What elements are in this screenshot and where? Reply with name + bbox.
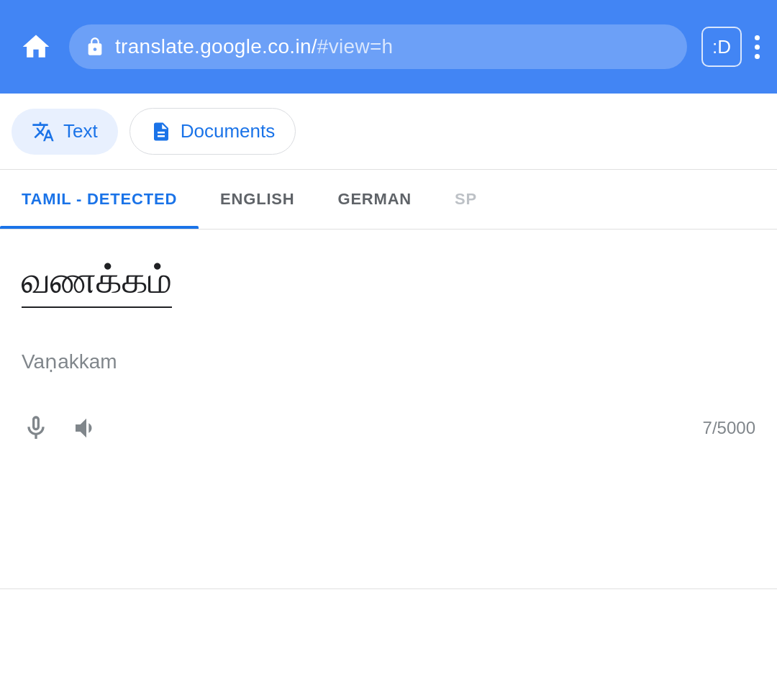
menu-button[interactable] bbox=[755, 35, 760, 59]
lang-tab-more[interactable]: SP bbox=[433, 170, 499, 229]
url-main-part: translate.google.co.in/ bbox=[115, 35, 317, 58]
bottom-actions: 7/5000 bbox=[22, 402, 755, 450]
lang-tab-english[interactable]: ENGLISH bbox=[199, 170, 316, 229]
address-bar[interactable]: translate.google.co.in/#view=h bbox=[69, 24, 687, 69]
translation-area: வணக்கம் Vaṇakkam 7/5000 bbox=[0, 229, 777, 589]
home-button[interactable] bbox=[17, 28, 55, 65]
mic-icon[interactable] bbox=[22, 414, 50, 442]
char-count: 7/5000 bbox=[703, 418, 755, 438]
tabs-row: Text Documents bbox=[0, 94, 777, 170]
action-icons bbox=[22, 414, 101, 442]
tab-documents[interactable]: Documents bbox=[130, 108, 296, 155]
documents-tab-label: Documents bbox=[181, 120, 276, 142]
url-display: translate.google.co.in/#view=h bbox=[115, 35, 393, 58]
lang-tab-german[interactable]: GERMAN bbox=[316, 170, 433, 229]
lang-tab-tamil[interactable]: TAMIL - DETECTED bbox=[0, 170, 199, 229]
romanized-text: Vaṇakkam bbox=[22, 350, 755, 373]
text-tab-label: Text bbox=[63, 120, 98, 142]
speaker-icon[interactable] bbox=[72, 414, 101, 442]
browser-chrome: translate.google.co.in/#view=h :D bbox=[0, 0, 777, 94]
emoji-button[interactable]: :D bbox=[701, 27, 742, 67]
browser-right-icons: :D bbox=[701, 27, 760, 67]
document-icon bbox=[150, 121, 172, 142]
page-content: Text Documents TAMIL - DETECTED ENGLISH … bbox=[0, 94, 777, 700]
tab-text[interactable]: Text bbox=[12, 109, 118, 155]
url-hash-part: #view=h bbox=[317, 35, 394, 58]
source-text[interactable]: வணக்கம் bbox=[22, 258, 172, 308]
language-row: TAMIL - DETECTED ENGLISH GERMAN SP bbox=[0, 170, 777, 229]
translate-icon bbox=[32, 120, 55, 143]
lock-icon bbox=[85, 37, 105, 57]
